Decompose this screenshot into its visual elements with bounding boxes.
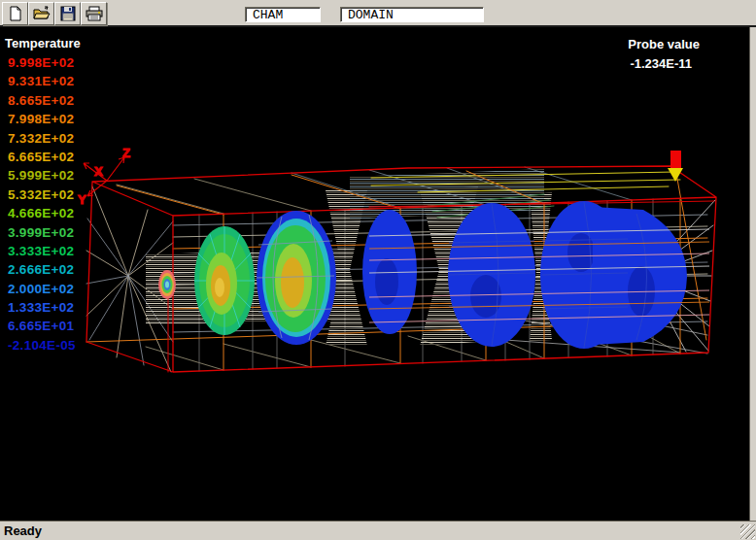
legend-entries: 9.998E+029.331E+028.665E+027.998E+027.33… bbox=[2, 53, 81, 354]
window-border-right bbox=[749, 27, 756, 540]
axis-triad: Z X Y bbox=[78, 146, 130, 207]
toolbar bbox=[0, 0, 756, 27]
legend-entry: 4.666E+02 bbox=[2, 204, 81, 222]
legend-entry: 2.666E+02 bbox=[2, 260, 81, 279]
legend-entry: 5.332E+02 bbox=[2, 186, 81, 204]
legend-entry: 5.999E+02 bbox=[2, 166, 81, 185]
axis-label-x: X bbox=[94, 164, 103, 179]
application-window: Z X Y Temperature 9.998E+029.331E+028.66… bbox=[0, 0, 756, 540]
legend-entry: 6.665E+01 bbox=[2, 317, 81, 335]
open-file-button[interactable] bbox=[28, 2, 54, 25]
status-text: Ready bbox=[4, 523, 42, 538]
legend-title: Temperature bbox=[2, 36, 81, 51]
open-folder-icon bbox=[33, 6, 51, 21]
probe-value: -1.234E-11 bbox=[607, 56, 700, 71]
legend-entry: 9.998E+02 bbox=[2, 53, 81, 72]
probe-readout: Probe value -1.234E-11 bbox=[607, 37, 700, 71]
legend-entry: 7.332E+02 bbox=[2, 129, 81, 148]
temperature-legend: Temperature 9.998E+029.331E+028.665E+027… bbox=[2, 36, 81, 354]
print-button[interactable] bbox=[81, 2, 107, 25]
legend-entry: 3.333E+02 bbox=[2, 242, 81, 260]
save-floppy-icon bbox=[60, 6, 76, 21]
legend-entry: -2.104E-05 bbox=[2, 336, 81, 354]
status-bar: Ready bbox=[0, 521, 756, 540]
print-printer-icon bbox=[86, 6, 103, 21]
domain-field[interactable] bbox=[340, 7, 484, 22]
viewport-3d[interactable]: Z X Y Temperature 9.998E+029.331E+028.66… bbox=[0, 27, 749, 521]
legend-entry: 1.333E+02 bbox=[2, 298, 81, 317]
new-document-icon bbox=[8, 6, 23, 21]
legend-entry: 6.665E+02 bbox=[2, 148, 81, 166]
save-file-button[interactable] bbox=[54, 2, 81, 25]
legend-entry: 7.998E+02 bbox=[2, 110, 81, 128]
legend-entry: 2.000E+02 bbox=[2, 280, 81, 298]
resize-grip[interactable] bbox=[740, 524, 755, 539]
cham-field[interactable] bbox=[245, 7, 321, 22]
scene-3d: Z X Y bbox=[0, 27, 749, 521]
legend-entry: 3.999E+02 bbox=[2, 223, 81, 242]
axis-label-z: Z bbox=[122, 146, 130, 160]
new-file-button[interactable] bbox=[2, 2, 28, 25]
legend-entry: 8.665E+02 bbox=[2, 91, 81, 110]
legend-entry: 9.331E+02 bbox=[2, 72, 81, 90]
probe-label: Probe value bbox=[607, 37, 700, 51]
